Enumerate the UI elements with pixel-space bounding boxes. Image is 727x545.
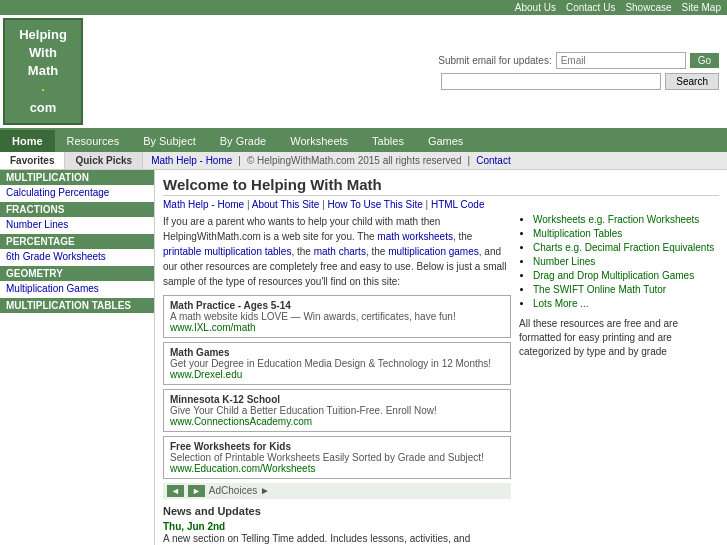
bullet-link-3[interactable]: Number Lines <box>533 256 595 267</box>
top-nav: About Us Contact Us Showcase Site Map <box>0 0 727 15</box>
bullet-0: Worksheets e.g. Fraction Worksheets <box>533 214 719 225</box>
ad3-title: Minnesota K-12 School <box>170 394 504 405</box>
nav-by-grade[interactable]: By Grade <box>208 130 278 152</box>
email-go-button[interactable]: Go <box>690 53 719 68</box>
welcome-nav-about[interactable]: About This Site <box>252 199 320 210</box>
ad1-desc: A math website kids LOVE — Win awards, c… <box>170 311 504 322</box>
quick-picks-tab[interactable]: Quick Picks <box>65 152 143 169</box>
breadcrumb-sep2: | <box>468 155 471 166</box>
welcome-nav: Math Help - Home | About This Site | How… <box>163 199 719 210</box>
sidebar-item-6th-grade[interactable]: 6th Grade Worksheets <box>0 249 154 264</box>
nav-home[interactable]: Home <box>0 130 55 152</box>
welcome-nav-howto[interactable]: How To Use This Site <box>328 199 423 210</box>
logo-line3: Math <box>15 62 71 80</box>
bullet-link-5[interactable]: The SWIFT Online Math Tutor <box>533 284 666 295</box>
content-right: Worksheets e.g. Fraction Worksheets Mult… <box>519 214 719 545</box>
bullet-link-6[interactable]: Lots More ... <box>533 298 589 309</box>
sidebar-section-title-multiplication: MULTIPLICATION <box>0 170 154 185</box>
news-item-0: Thu, Jun 2nd A new section on Telling Ti… <box>163 521 511 545</box>
news-section: News and Updates Thu, Jun 2nd A new sect… <box>163 505 511 545</box>
ad2-title: Math Games <box>170 347 504 358</box>
breadcrumb-home[interactable]: Math Help - Home <box>151 155 232 166</box>
ad3-url[interactable]: www.ConnectionsAcademy.com <box>170 416 312 427</box>
bullet-2: Charts e.g. Decimal Fraction Equivalents <box>533 242 719 253</box>
bullet-link-2[interactable]: Charts e.g. Decimal Fraction Equivalents <box>533 242 714 253</box>
ad-math-games: Math Games Get your Degree in Education … <box>163 342 511 385</box>
logo-dot: · <box>15 81 71 99</box>
nav-games[interactable]: Games <box>416 130 475 152</box>
fav-tabs-bar: Favorites Quick Picks Math Help - Home |… <box>0 152 727 170</box>
nav-tables[interactable]: Tables <box>360 130 416 152</box>
ad-minnesota: Minnesota K-12 School Give Your Child a … <box>163 389 511 432</box>
bullet-link-1[interactable]: Multiplication Tables <box>533 228 622 239</box>
math-charts-link[interactable]: math charts <box>314 246 366 257</box>
logo-line2: With <box>15 44 71 62</box>
favorites-tab[interactable]: Favorites <box>0 152 65 169</box>
all-resources-note: All these resources are free and are for… <box>519 317 719 359</box>
breadcrumb-site: © HelpingWithMath.com 2015 all rights re… <box>247 155 462 166</box>
sidebar-section-title-mult-tables: MULTIPLICATION TABLES <box>0 298 154 313</box>
sidebar-section-multiplication: MULTIPLICATION Calculating Percentage <box>0 170 154 200</box>
sidebar-item-mult-games[interactable]: Multiplication Games <box>0 281 154 296</box>
nav-resources[interactable]: Resources <box>55 130 132 152</box>
logo: Helping With Math · com <box>3 18 83 125</box>
printable-tables-link[interactable]: printable multiplication tables <box>163 246 291 257</box>
welcome-nav-home[interactable]: Math Help - Home <box>163 199 244 210</box>
bullet-3: Number Lines <box>533 256 719 267</box>
about-us-link[interactable]: About Us <box>515 2 556 13</box>
ad1-url[interactable]: www.IXL.com/math <box>170 322 256 333</box>
news-text-0: A new section on Telling Time added. Inc… <box>163 532 511 545</box>
main-layout: MULTIPLICATION Calculating Percentage FR… <box>0 170 727 545</box>
main-content: Welcome to Helping With Math Math Help -… <box>155 170 727 545</box>
email-label: Submit email for updates: <box>438 55 551 66</box>
ad1-title: Math Practice - Ages 5-14 <box>170 300 504 311</box>
email-input[interactable] <box>556 52 686 69</box>
sidebar-item-calculating[interactable]: Calculating Percentage <box>0 185 154 200</box>
main-nav: Home Resources By Subject By Grade Works… <box>0 130 727 152</box>
logo-line4: com <box>15 99 71 117</box>
welcome-title: Welcome to Helping With Math <box>163 176 719 196</box>
multiplication-games-link[interactable]: multiplication games <box>388 246 479 257</box>
ad3-desc: Give Your Child a Better Education Tuiti… <box>170 405 504 416</box>
site-map-link[interactable]: Site Map <box>682 2 721 13</box>
logo-line1: Helping <box>15 26 71 44</box>
search-bar: Search <box>441 73 719 90</box>
sidebar-section-title-geometry: GEOMETRY <box>0 266 154 281</box>
search-button[interactable]: Search <box>665 73 719 90</box>
ad4-desc: Selection of Printable Worksheets Easily… <box>170 452 504 463</box>
ad2-desc: Get your Degree in Education Media Desig… <box>170 358 504 369</box>
sidebar-section-title-fractions: FRACTIONS <box>0 202 154 217</box>
welcome-nav-html[interactable]: HTML Code <box>431 199 485 210</box>
nav-worksheets[interactable]: Worksheets <box>278 130 360 152</box>
nav-by-subject[interactable]: By Subject <box>131 130 208 152</box>
bullet-link-4[interactable]: Drag and Drop Multiplication Games <box>533 270 694 281</box>
breadcrumb-contact[interactable]: Contact <box>476 155 510 166</box>
news-date-0: Thu, Jun 2nd <box>163 521 511 532</box>
welcome-intro: If you are a parent who wants to help yo… <box>163 214 511 289</box>
sidebar: MULTIPLICATION Calculating Percentage FR… <box>0 170 155 545</box>
search-input[interactable] <box>441 73 661 90</box>
sidebar-item-number-lines[interactable]: Number Lines <box>0 217 154 232</box>
bullet-1: Multiplication Tables <box>533 228 719 239</box>
math-worksheets-link[interactable]: math worksheets <box>377 231 453 242</box>
ad-next-button[interactable]: ► <box>188 485 205 497</box>
news-title: News and Updates <box>163 505 511 517</box>
two-col-layout: If you are a parent who wants to help yo… <box>163 214 719 545</box>
bullet-4: Drag and Drop Multiplication Games <box>533 270 719 281</box>
bullet-link-0[interactable]: Worksheets e.g. Fraction Worksheets <box>533 214 699 225</box>
bullet-5: The SWIFT Online Math Tutor <box>533 284 719 295</box>
ad4-url[interactable]: www.Education.com/Worksheets <box>170 463 315 474</box>
breadcrumb-bar: Math Help - Home | © HelpingWithMath.com… <box>143 152 727 169</box>
ad-prev-button[interactable]: ◄ <box>167 485 184 497</box>
ad2-url[interactable]: www.Drexel.edu <box>170 369 242 380</box>
sidebar-section-title-percentage: PERCENTAGE <box>0 234 154 249</box>
email-update-bar: Submit email for updates: Go <box>438 52 719 69</box>
contact-us-link[interactable]: Contact Us <box>566 2 615 13</box>
ad4-title: Free Worksheets for Kids <box>170 441 504 452</box>
showcase-link[interactable]: Showcase <box>625 2 671 13</box>
ad-free-worksheets: Free Worksheets for Kids Selection of Pr… <box>163 436 511 479</box>
adchoices-label: AdChoices ► <box>209 485 270 496</box>
sidebar-section-percentage: PERCENTAGE 6th Grade Worksheets <box>0 234 154 264</box>
breadcrumb-sep: | <box>238 155 241 166</box>
ad-math-practice: Math Practice - Ages 5-14 A math website… <box>163 295 511 338</box>
